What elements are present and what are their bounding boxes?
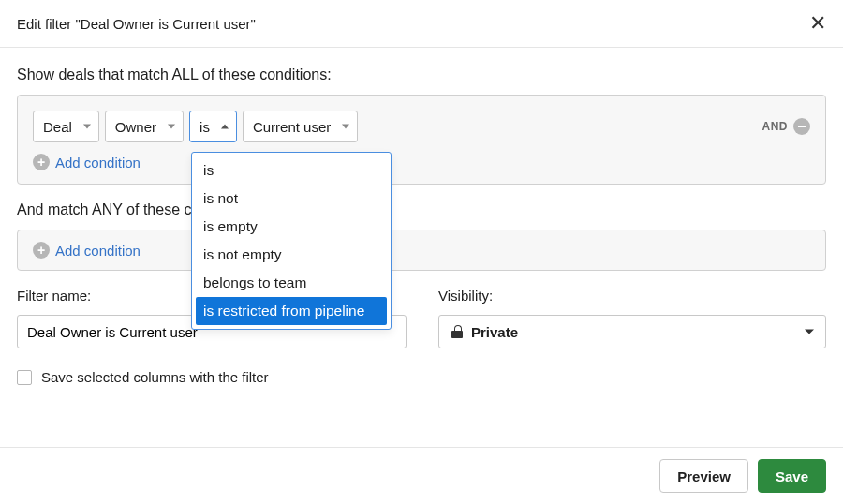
- operator-option[interactable]: belongs to team: [196, 269, 387, 297]
- operator-option[interactable]: is not empty: [196, 241, 387, 269]
- operator-select[interactable]: is: [189, 111, 237, 142]
- visibility-select[interactable]: Private: [438, 315, 826, 348]
- save-button[interactable]: Save: [758, 459, 826, 493]
- all-conditions-group: Deal Owner is Current user AND + Add: [17, 95, 826, 185]
- any-conditions-group: + Add condition: [17, 230, 826, 271]
- chevron-down-icon: [342, 125, 349, 129]
- close-icon[interactable]: ✕: [809, 13, 826, 34]
- field-select[interactable]: Deal: [33, 111, 99, 142]
- all-conditions-label: Show deals that match ALL of these condi…: [17, 67, 826, 83]
- field-select-value: Deal: [43, 119, 72, 135]
- visibility-label: Visibility:: [438, 288, 826, 304]
- lock-icon: [451, 325, 464, 338]
- visibility-value: Private: [471, 324, 518, 340]
- dialog-title: Edit filter "Deal Owner is Current user": [17, 16, 256, 32]
- add-condition-any[interactable]: + Add condition: [33, 242, 140, 259]
- any-conditions-label: And match ANY of these conditions:: [17, 201, 826, 218]
- operator-select-value: is: [200, 119, 210, 135]
- operator-option[interactable]: is restricted from pipeline: [196, 297, 387, 325]
- attribute-select[interactable]: Owner: [105, 111, 184, 142]
- save-columns-checkbox[interactable]: [17, 370, 32, 385]
- add-condition-all[interactable]: + Add condition: [33, 154, 140, 170]
- operator-option[interactable]: is not: [196, 185, 387, 213]
- operator-option[interactable]: is empty: [196, 213, 387, 241]
- chevron-up-icon: [221, 125, 229, 129]
- attribute-select-value: Owner: [115, 119, 156, 135]
- chevron-down-icon: [805, 330, 814, 334]
- add-condition-label: Add condition: [55, 243, 140, 259]
- operator-option[interactable]: is: [196, 156, 387, 185]
- value-select-value: Current user: [253, 119, 331, 135]
- and-badge: AND: [762, 120, 789, 133]
- condition-row: Deal Owner is Current user AND: [33, 111, 810, 142]
- operator-dropdown: is is not is empty is not empty belongs …: [191, 152, 392, 330]
- preview-button[interactable]: Preview: [659, 459, 748, 493]
- value-select[interactable]: Current user: [243, 111, 358, 142]
- add-condition-label: Add condition: [55, 155, 140, 170]
- save-columns-label: Save selected columns with the filter: [41, 369, 269, 385]
- plus-icon: +: [33, 242, 50, 259]
- chevron-down-icon: [83, 125, 91, 129]
- plus-icon: +: [33, 154, 50, 170]
- remove-condition-icon[interactable]: [793, 118, 810, 135]
- chevron-down-icon: [168, 125, 175, 129]
